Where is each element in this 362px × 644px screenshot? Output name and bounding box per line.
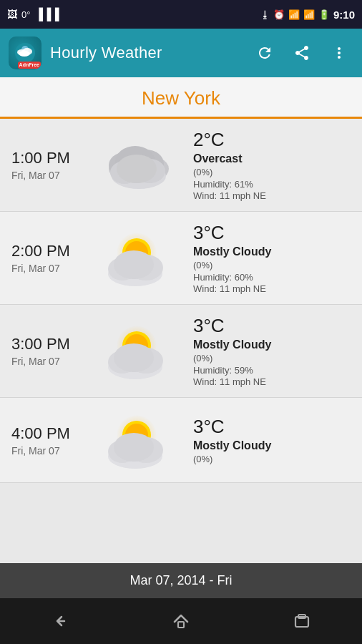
- status-right: ⭳ ⏰ 📶 📶 🔋 9:10: [260, 9, 355, 21]
- wind: Wind: 11 mph NE: [193, 283, 351, 294]
- humidity: Humidity: 60%: [193, 272, 351, 283]
- precip: (0%): [193, 353, 351, 364]
- status-bar: 🖼 0° ▐▐▐ ⭳ ⏰ 📶 📶 🔋 9:10: [0, 0, 362, 29]
- alarm-icon: ⏰: [273, 9, 285, 20]
- condition: Overcast: [193, 152, 351, 165]
- weather-row: 2:00 PM Fri, Mar 07 3°C: [0, 212, 362, 305]
- weather-icon-partly-3: [96, 408, 182, 472]
- nav-bar: [0, 598, 362, 644]
- wifi-icon: 📶: [288, 9, 300, 20]
- svg-point-26: [114, 343, 154, 372]
- date-footer: Mar 07, 2014 - Fri: [0, 563, 362, 598]
- weather-row: 1:00 PM Fri, Mar 07 2°C Overcast (0%) H: [0, 119, 362, 212]
- temperature-status: 0°: [21, 9, 30, 20]
- status-left: 🖼 0° ▐▐▐: [7, 8, 59, 21]
- time-section: 1:00 PM Fri, Mar 07: [11, 149, 90, 181]
- app-icon: [9, 36, 41, 69]
- battery-icon: 🔋: [318, 9, 330, 20]
- home-button[interactable]: [160, 605, 202, 637]
- weather-list: 1:00 PM Fri, Mar 07 2°C Overcast (0%) H: [0, 119, 362, 483]
- time-main: 1:00 PM: [11, 149, 90, 167]
- weather-details: 3°C Mostly Cloudy (0%) Humidity: 59% Win…: [187, 315, 351, 387]
- signal-icon: 📶: [303, 9, 315, 20]
- temp: 3°C: [193, 222, 351, 244]
- humidity: Humidity: 59%: [193, 365, 351, 376]
- time-section: 4:00 PM Fri, Mar 07: [11, 424, 90, 457]
- time-section: 3:00 PM Fri, Mar 07: [11, 335, 90, 367]
- precip: (0%): [193, 167, 351, 177]
- svg-point-33: [114, 433, 154, 462]
- condition: Mostly Cloudy: [193, 439, 351, 452]
- recents-button[interactable]: [280, 605, 323, 637]
- weather-row: 4:00 PM Fri, Mar 07 3°C Mostly Cloudy (: [0, 398, 362, 483]
- weather-details: 2°C Overcast (0%) Humidity: 61% Wind: 11…: [187, 129, 351, 201]
- bars-icon: ▐▐▐: [34, 8, 59, 21]
- temp: 3°C: [193, 315, 351, 337]
- svg-point-4: [19, 51, 30, 57]
- location-tab: New York: [0, 77, 362, 119]
- wind: Wind: 11 mph NE: [193, 190, 351, 201]
- temp: 3°C: [193, 416, 351, 438]
- weather-details: 3°C Mostly Cloudy (0%) Humidity: 60% Win…: [187, 222, 351, 294]
- time-date: Fri, Mar 07: [11, 356, 90, 367]
- app-title: Hourly Weather: [50, 44, 242, 62]
- time-main: 4:00 PM: [11, 424, 90, 443]
- date-footer-text: Mar 07, 2014 - Fri: [129, 573, 232, 587]
- weather-details: 3°C Mostly Cloudy (0%): [187, 416, 351, 464]
- svg-point-19: [114, 250, 154, 279]
- more-button[interactable]: [325, 39, 353, 67]
- weather-icon-partly: [96, 226, 182, 291]
- time-date: Fri, Mar 07: [11, 445, 90, 457]
- share-button[interactable]: [288, 39, 316, 67]
- screenshot-icon: 🖼: [7, 9, 17, 20]
- condition: Mostly Cloudy: [193, 338, 351, 351]
- wind: Wind: 11 mph NE: [193, 376, 351, 387]
- weather-icon-partly-2: [96, 319, 182, 384]
- time-date: Fri, Mar 07: [11, 263, 90, 274]
- location-name: New York: [142, 87, 220, 109]
- clock: 9:10: [333, 9, 355, 21]
- refresh-button[interactable]: [250, 39, 279, 67]
- svg-point-12: [117, 155, 157, 183]
- precip: (0%): [193, 454, 351, 464]
- humidity: Humidity: 61%: [193, 179, 351, 190]
- time-main: 3:00 PM: [11, 335, 90, 353]
- bluetooth-icon: ⭳: [260, 9, 270, 20]
- app-bar: Hourly Weather: [0, 29, 362, 77]
- svg-rect-34: [178, 622, 184, 628]
- time-section: 2:00 PM Fri, Mar 07: [11, 242, 90, 274]
- temp: 2°C: [193, 129, 351, 151]
- condition: Mostly Cloudy: [193, 245, 351, 258]
- time-main: 2:00 PM: [11, 242, 90, 260]
- weather-row: 3:00 PM Fri, Mar 07 3°C Mostly Cloudy (: [0, 305, 362, 398]
- back-button[interactable]: [39, 605, 82, 637]
- precip: (0%): [193, 260, 351, 270]
- time-date: Fri, Mar 07: [11, 170, 90, 181]
- weather-icon-overcast: [96, 133, 182, 197]
